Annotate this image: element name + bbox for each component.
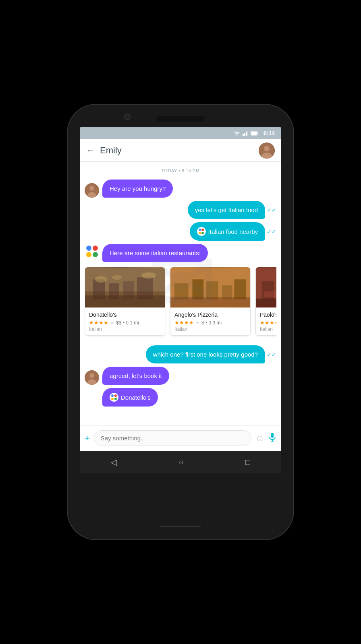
svg-rect-18: [85, 295, 165, 308]
contact-avatar[interactable]: [259, 142, 275, 159]
svg-rect-6: [257, 132, 258, 134]
timestamp-label: TODAY • 6:14 PM: [85, 168, 276, 173]
message-text: Donatello's: [121, 393, 151, 402]
svg-point-20: [112, 275, 122, 280]
restaurant-card-2[interactable]: Angelo's Pizzeria ★★★★ ★ $ • 0.3 mi Ital…: [170, 267, 251, 336]
input-bar: + ☺: [80, 425, 281, 451]
dot-red: [201, 229, 204, 231]
big-dot-red: [93, 246, 98, 251]
message-status-icon: ✓✓: [267, 228, 276, 235]
restaurant-meta-1: ★★★★ ★ $$ • 0.1 mi: [89, 320, 161, 326]
restaurant-price-1: $$ • 0.1 mi: [116, 320, 139, 326]
big-dot-yellow: [86, 252, 91, 257]
assistant-message-text: Here are some italian restaurants:: [110, 250, 201, 256]
message-bubble-6: agreed, let's book it: [102, 367, 169, 385]
phone-screen: 6:14 ← Emily ✉ TODAY • 6:14 PM: [80, 127, 281, 473]
phone-camera: [124, 114, 131, 120]
google-big-dots: [86, 246, 98, 257]
message-row: Hey are you hungry?: [85, 180, 276, 198]
restaurant-type-2: Italian: [174, 326, 246, 332]
back-nav-button[interactable]: ◁: [111, 457, 117, 467]
restaurant-svg-3: [256, 267, 276, 308]
phone-device: 6:14 ← Emily ✉ TODAY • 6:14 PM: [68, 105, 293, 539]
svg-rect-3: [247, 131, 248, 136]
svg-point-8: [264, 146, 270, 151]
svg-rect-16: [123, 281, 134, 299]
restaurant-image-1: [85, 267, 165, 308]
mic-button[interactable]: [268, 433, 276, 444]
restaurant-info-3: Paolo's Piz ★★★★ ★ Italian: [256, 308, 276, 335]
emoji-button[interactable]: ☺: [255, 433, 264, 444]
message-bubble-7: Donatello's: [102, 388, 158, 407]
message-text: agreed, let's book it: [110, 372, 162, 379]
sent-message-row-2: which one? first one looks pretty good? …: [85, 345, 276, 363]
restaurant-meta-2: ★★★★ ★ $ • 0.3 mi: [174, 320, 246, 326]
restaurant-card-3[interactable]: Paolo's Piz ★★★★ ★ Italian: [255, 267, 276, 336]
restaurant-card-1[interactable]: Donatello's ★★★★ ★ $$ • 0.1 mi Italian: [85, 267, 165, 336]
svg-rect-23: [174, 283, 189, 299]
wifi-icon: [234, 131, 240, 136]
dot-blue-2: [111, 394, 114, 397]
phone-bottom: [160, 473, 201, 539]
message-status-icon: ✓✓: [267, 207, 276, 213]
message-input[interactable]: [94, 430, 251, 446]
big-dot-blue: [86, 246, 91, 251]
sender-avatar-svg: [85, 183, 99, 198]
svg-rect-0: [243, 134, 244, 136]
svg-rect-35: [256, 299, 276, 308]
star-empty-2: ★: [195, 320, 200, 326]
restaurant-name-1: Donatello's: [89, 312, 161, 318]
restaurant-stars-2: ★★★★: [174, 320, 194, 326]
restaurant-name-2: Angelo's Pizzeria: [174, 312, 246, 318]
restaurant-image-3: [256, 267, 276, 308]
battery-icon: [251, 131, 259, 136]
svg-rect-15: [109, 283, 119, 299]
home-nav-button[interactable]: ○: [178, 458, 183, 467]
message-row-6: agreed, let's book it: [85, 367, 276, 385]
assistant-big-icon: [85, 244, 99, 258]
status-time: 6:14: [263, 130, 275, 136]
sent-message-row: yes let's get Italian food ✓✓: [85, 201, 276, 219]
recents-nav-button[interactable]: □: [245, 458, 250, 467]
assistant-response-row: Here are some italian restaurants:: [85, 244, 276, 262]
svg-rect-26: [222, 285, 232, 299]
nav-bar: ◁ ○ □: [80, 451, 281, 473]
message-text: Italian food nearby: [208, 227, 258, 236]
dot-blue: [199, 229, 201, 231]
restaurant-svg-2: [170, 267, 250, 308]
svg-rect-2: [246, 132, 247, 136]
message-status-icon: ✓✓: [267, 351, 276, 358]
svg-rect-25: [206, 281, 218, 299]
add-button[interactable]: +: [85, 433, 90, 444]
back-button[interactable]: ←: [86, 145, 95, 156]
message-text: Hey are you hungry?: [110, 185, 166, 192]
svg-rect-5: [251, 132, 257, 135]
dot-yellow: [199, 232, 201, 234]
message-bubble: Italian food nearby: [190, 222, 265, 241]
restaurant-type-3: Italian: [260, 326, 276, 332]
restaurant-info-2: Angelo's Pizzeria ★★★★ ★ $ • 0.3 mi Ital…: [170, 308, 250, 335]
restaurant-name-3: Paolo's Piz: [260, 312, 276, 318]
app-header: ← Emily: [80, 139, 281, 162]
svg-rect-27: [234, 279, 246, 299]
svg-rect-28: [170, 297, 250, 308]
restaurant-stars-1: ★★★★: [89, 320, 108, 326]
assistant-icon-inline-2: [110, 393, 118, 402]
sent-assistant-message-row: Italian food nearby ✓✓: [85, 222, 276, 241]
svg-point-39: [89, 373, 94, 378]
sender-avatar-svg-2: [85, 370, 99, 385]
restaurant-stars-3: ★★★★: [260, 320, 276, 326]
mic-icon: [268, 433, 276, 442]
message-text: which one? first one looks pretty good?: [153, 351, 258, 358]
avatar-svg: [259, 142, 275, 159]
dot-green: [201, 232, 204, 234]
message-bubble: yes let's get Italian food: [188, 201, 265, 219]
svg-point-21: [142, 272, 156, 279]
google-dots-2: [111, 394, 117, 400]
assistant-avatar: [85, 244, 99, 258]
restaurant-cards: Donatello's ★★★★ ★ $$ • 0.1 mi Italian: [85, 267, 276, 339]
restaurant-type-1: Italian: [89, 326, 161, 332]
restaurant-cards-container[interactable]: Donatello's ★★★★ ★ $$ • 0.1 mi Italian: [85, 267, 276, 339]
message-bubble: Hey are you hungry?: [102, 180, 173, 198]
dot-yellow-2: [111, 398, 114, 400]
